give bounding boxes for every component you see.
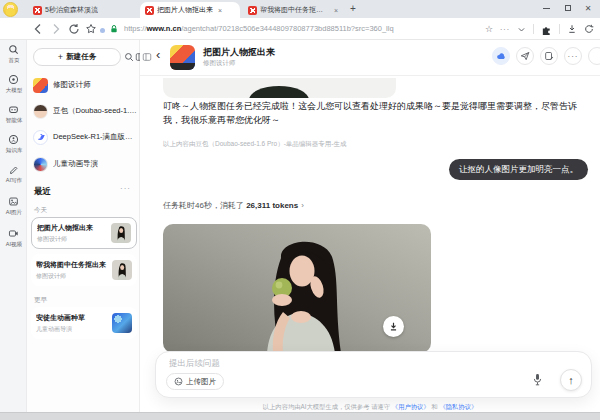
site-favicon (33, 6, 42, 15)
task-card-title: 帮我将图中任务抠出来 (36, 260, 108, 270)
rail-item-models[interactable]: 大模型 (0, 74, 27, 95)
extra-button-clipped[interactable] (588, 47, 600, 65)
upload-image-button[interactable]: 上传图片 (166, 373, 224, 390)
divider (533, 24, 534, 34)
rail-item-home[interactable]: 首页 (0, 44, 27, 65)
previous-image-partial[interactable] (163, 78, 396, 98)
rail-item-knowledge[interactable]: 知识库 (0, 134, 27, 155)
big-model-icon (8, 74, 19, 85)
restore-session-icon[interactable] (584, 24, 594, 34)
new-task-button[interactable]: + 新建任务 (33, 48, 121, 66)
agent-item-doubao[interactable]: 豆包（Doubao-seed-1.6 Pro... (33, 102, 137, 120)
upload-image-label: 上传图片 (186, 377, 216, 387)
site-favicon (248, 6, 257, 15)
deepseek-avatar (33, 130, 48, 145)
chevron-down-icon[interactable] (517, 25, 526, 34)
search-home-icon (8, 44, 19, 55)
tab-close-icon[interactable]: × (334, 7, 338, 14)
back-button[interactable]: ‹ (156, 48, 160, 61)
left-rail: 首页 大模型 智能体 知识库 AI写作 AI图片 (0, 40, 27, 412)
favorite-star-icon[interactable]: ☆ (485, 25, 493, 34)
forward-icon[interactable] (50, 23, 62, 35)
agent-name: 儿童动画导演 (53, 159, 98, 169)
tab-close-icon[interactable]: × (218, 7, 222, 14)
extensions-puzzle-icon[interactable] (541, 24, 552, 35)
and-text: 和 (430, 403, 440, 410)
chat-title: 把图片人物抠出来 (203, 46, 275, 59)
bookmark-star-icon[interactable] (85, 23, 97, 35)
agent-item-retouch-designer[interactable]: 修图设计师 (33, 76, 137, 94)
privacy-agreement-link[interactable]: 《隐私协议》 (439, 403, 477, 410)
window-close-button[interactable]: ✕ (578, 0, 598, 16)
agent-item-kids-director[interactable]: 儿童动画导演 (33, 155, 137, 173)
task-thumbnail-portrait (112, 260, 132, 280)
upload-image-icon (174, 377, 183, 386)
user-message-bubble: 让抠的人像图片更加明亮一点。 (449, 159, 588, 180)
url-text[interactable]: https://www.n.cn/agentchat/70218c506e344… (124, 24, 394, 33)
agent-name: DeepSeek-R1-满血版（052... (53, 132, 137, 142)
agent-name: 修图设计师 (53, 80, 91, 90)
image-icon (8, 196, 19, 207)
more-options-button[interactable]: ··· (564, 47, 582, 65)
chevron-right-icon: › (301, 201, 304, 210)
user-agreement-link[interactable]: 《用户协议》 (392, 403, 430, 410)
divider (559, 24, 560, 34)
task-card-cutout-person[interactable]: 把图片人物抠出来 修图设计师 (31, 217, 137, 249)
cloud-save-button[interactable] (492, 47, 510, 65)
site-status-dot (100, 28, 105, 33)
sidebar-search-icon[interactable] (124, 52, 134, 62)
task-card-subtitle: 修图设计师 (36, 272, 108, 281)
download-icon (388, 321, 399, 332)
task-stats[interactable]: 任务耗时46秒，消耗了 26,311 tokens› (163, 200, 304, 211)
task-card-title: 把图片人物抠出来 (37, 223, 107, 233)
tab-strip: 5秒治愈森林溪流 把图片人物抠出来 × 帮我将图中任务抠出来 × + ✕ (0, 0, 600, 18)
downloads-icon[interactable] (567, 24, 577, 34)
composer: 上传图片 ↑ (155, 351, 592, 398)
task-card-title: 安徒生动画种草 (36, 313, 108, 323)
result-image[interactable] (163, 224, 431, 353)
recent-more-icon[interactable]: ··· (120, 184, 131, 193)
task-card-subtitle: 儿童动画导演 (36, 325, 108, 334)
retouch-designer-avatar (33, 78, 48, 93)
window-minimize-button[interactable] (536, 0, 556, 16)
microphone-icon[interactable] (532, 373, 543, 386)
rail-item-ai-image[interactable]: AI图片 (0, 196, 27, 217)
rail-item-ai-video[interactable]: AI视频 (0, 228, 27, 249)
agent-item-deepseek[interactable]: DeepSeek-R1-满血版（052... (33, 128, 137, 146)
rail-item-label: AI视频 (5, 240, 21, 248)
agent-robot-icon (8, 104, 19, 115)
rail-item-ai-writing[interactable]: AI写作 (0, 164, 27, 185)
panel-toggle-icon[interactable] (142, 52, 152, 62)
task-card-cutout-task[interactable]: 帮我将图中任务抠出来 修图设计师 (31, 254, 137, 286)
obey-text: 请遵守 (369, 403, 391, 410)
download-image-button[interactable] (383, 316, 404, 337)
browser-profile-avatar[interactable] (3, 2, 18, 17)
chat-subtitle: 修图设计师 (203, 59, 236, 68)
refresh-icon[interactable] (68, 23, 80, 35)
tab-cutout-person[interactable]: 把图片人物抠出来 × (140, 2, 240, 18)
address-more-icon[interactable]: ··· (500, 26, 510, 33)
share-button[interactable] (516, 47, 534, 65)
assistant-message: 叮咚～人物抠图任务已经完成啦！这会儿您可以查看处理好的成果咯～要是觉得哪里需要调… (163, 100, 591, 128)
window-bottom-edge (0, 412, 600, 420)
stats-tokens: 26,311 tokens (246, 201, 298, 210)
tab-forest-stream[interactable]: 5秒治愈森林溪流 (28, 2, 138, 18)
group-label-earlier: 更早 (34, 296, 47, 305)
chat-panel: ‹ 把图片人物抠出来 修图设计师 ··· 叮咚～人物抠图任务已经完成啦！这会儿您… (140, 40, 600, 412)
tab-title: 把图片人物抠出来 (157, 5, 213, 15)
rail-item-label: 大模型 (5, 86, 22, 94)
header-divider (140, 75, 600, 76)
tab-cutout-task[interactable]: 帮我将图中任务抠出来 × (243, 2, 343, 18)
window-maximize-button[interactable] (558, 0, 578, 16)
new-tab-button[interactable]: + (346, 2, 360, 16)
rail-item-label: AI写作 (5, 176, 21, 184)
send-button[interactable]: ↑ (560, 369, 582, 391)
rail-item-agents[interactable]: 智能体 (0, 104, 27, 125)
tab-title: 帮我将图中任务抠出来 (260, 5, 329, 15)
notes-button[interactable] (540, 47, 558, 65)
site-favicon (145, 6, 154, 15)
task-card-andersen[interactable]: 安徒生动画种草 儿童动画导演 (31, 307, 137, 339)
back-icon[interactable] (32, 23, 44, 35)
followup-input[interactable] (169, 358, 469, 368)
agent-logo (170, 45, 195, 70)
